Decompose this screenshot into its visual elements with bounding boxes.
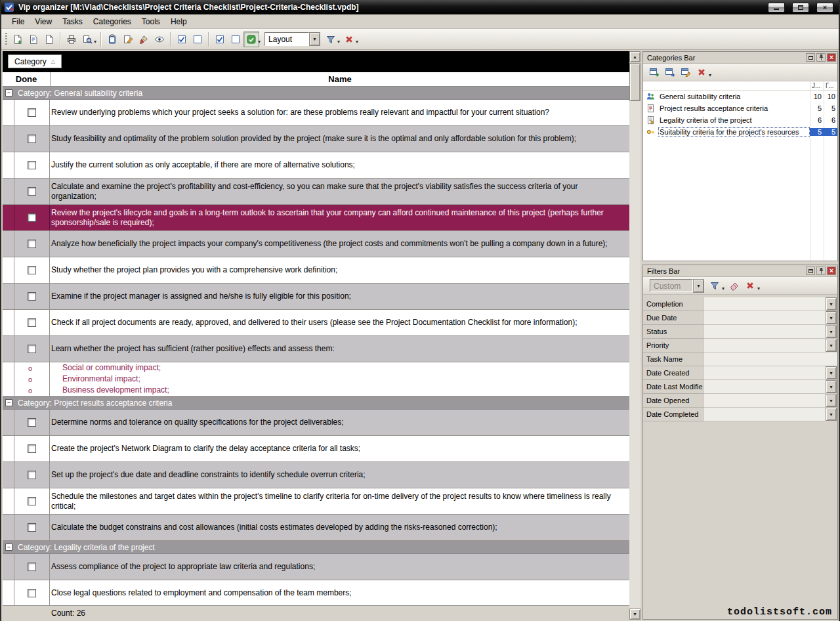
task-row[interactable]: Learn whether the project has sufficient… <box>3 336 629 362</box>
name-cell[interactable]: Create the project's Network Diagram to … <box>50 436 629 461</box>
task-row[interactable]: Calculate the budget constrains and cost… <box>3 515 629 541</box>
vertical-scrollbar[interactable]: ▲ ▼ <box>629 51 640 620</box>
filter-value[interactable] <box>704 380 826 394</box>
float-panel-button[interactable] <box>806 53 815 62</box>
print-preview-button[interactable] <box>79 32 95 47</box>
complete-task-button[interactable] <box>174 32 190 47</box>
filter-preset-value[interactable]: Custom <box>650 279 693 292</box>
format-brush-button[interactable] <box>136 32 152 47</box>
task-row[interactable]: Assess compliance of the project to appr… <box>3 554 629 580</box>
layout-combobox[interactable]: Layout ▼ <box>264 32 320 46</box>
chevron-down-icon[interactable]: ▾ <box>722 286 724 291</box>
filter-dropdown-button[interactable]: ▼ <box>826 366 837 379</box>
new-note-button[interactable] <box>26 32 41 47</box>
group-by-category-button[interactable]: Category △ <box>8 54 62 68</box>
name-cell[interactable]: Analyze how beneficially the project imp… <box>50 231 629 257</box>
filter-value[interactable] <box>704 408 826 421</box>
filter-dropdown-button[interactable]: ▼ <box>826 394 837 407</box>
name-cell[interactable]: Calculate and examine the project's prof… <box>50 179 629 204</box>
edit-category-button[interactable] <box>679 65 693 79</box>
scroll-up-button[interactable]: ▲ <box>629 51 640 62</box>
collapse-icon[interactable]: − <box>5 399 12 406</box>
name-cell[interactable]: Determine norms and tolerance on quality… <box>50 410 629 435</box>
name-cell[interactable]: Calculate the budget constrains and cost… <box>50 515 629 540</box>
task-row[interactable]: Determine norms and tolerance on quality… <box>3 410 629 436</box>
category-row[interactable]: − Category: Legality criteria of the pro… <box>3 541 629 554</box>
print-button[interactable] <box>64 32 79 47</box>
filter-dropdown-button[interactable]: ▼ <box>826 380 837 393</box>
task-row[interactable]: Justify the current solution as only acc… <box>3 152 629 179</box>
filter-preset-combobox[interactable]: Custom ▼ <box>650 279 704 292</box>
category-row[interactable]: − Category: General suitability criteria <box>3 87 629 100</box>
category-list-item[interactable]: Suitability criteria for the project's r… <box>643 126 837 138</box>
name-cell[interactable]: Assess compliance of the project to appr… <box>50 554 629 580</box>
done-checkbox[interactable] <box>28 108 36 117</box>
chevron-down-icon[interactable]: ▾ <box>356 39 358 45</box>
done-checkbox[interactable] <box>28 497 36 505</box>
minimize-button[interactable] <box>768 3 785 12</box>
maximize-button[interactable] <box>792 3 809 12</box>
task-row[interactable]: Close legal questions related to employm… <box>3 580 629 605</box>
chevron-down-icon[interactable]: ▾ <box>94 39 96 45</box>
done-checkbox[interactable] <box>28 161 36 169</box>
task-row[interactable]: Study feasibility and optimality of the … <box>3 126 629 152</box>
filter-value[interactable] <box>704 353 837 366</box>
filter-value[interactable] <box>704 297 826 311</box>
name-cell[interactable]: Learn whether the project has sufficient… <box>50 336 629 362</box>
menu-help[interactable]: Help <box>165 15 192 28</box>
delete-filter-button[interactable] <box>743 278 757 293</box>
new-checklist-button[interactable] <box>41 32 57 47</box>
toolbar-grip[interactable] <box>5 33 7 46</box>
view-button[interactable] <box>152 32 167 47</box>
pin-panel-button[interactable] <box>816 267 826 275</box>
layout-combobox-value[interactable]: Layout <box>264 32 309 46</box>
show-completed-button[interactable] <box>212 32 228 47</box>
paste-button[interactable] <box>104 32 120 47</box>
chevron-down-icon[interactable]: ▾ <box>709 72 711 78</box>
delete-button[interactable] <box>341 32 357 47</box>
new-task-button[interactable] <box>10 32 26 47</box>
close-panel-button[interactable]: × <box>827 267 836 275</box>
task-row[interactable]: Schedule the milestones and target dates… <box>3 488 629 515</box>
filter-value[interactable] <box>704 325 826 339</box>
hide-completed-button[interactable] <box>228 32 243 47</box>
scrollbar-thumb[interactable] <box>629 63 640 101</box>
add-subcategory-button[interactable] <box>663 65 677 79</box>
category-list-item[interactable]: General suitability criteria 10 10 <box>643 91 837 102</box>
filter-value[interactable] <box>704 366 826 380</box>
filters-bar-header[interactable]: Filters Bar × <box>643 265 837 277</box>
name-cell[interactable]: Close legal questions related to employm… <box>50 580 629 605</box>
filter-value[interactable] <box>704 394 826 408</box>
menu-categories[interactable]: Categories <box>88 15 136 28</box>
close-panel-button[interactable]: × <box>827 53 836 62</box>
done-checkbox[interactable] <box>28 345 36 353</box>
done-checkbox[interactable] <box>28 471 36 479</box>
subitem-line[interactable]: o Environmental impact; <box>3 374 629 385</box>
task-row[interactable]: Examine if the project manager is assign… <box>3 284 629 310</box>
done-checkbox[interactable] <box>28 444 36 453</box>
chevron-down-icon[interactable]: ▾ <box>337 39 340 45</box>
menu-tasks[interactable]: Tasks <box>57 15 88 28</box>
title-bar[interactable]: Vip organizer [M:\Vlad\Checklists\Projec… <box>1 0 839 14</box>
name-cell[interactable]: Schedule the milestones and target dates… <box>50 488 629 514</box>
categories-count-column-1[interactable]: J... <box>810 81 824 90</box>
column-header-name[interactable]: Name <box>51 72 629 86</box>
filter-dropdown-button[interactable]: ▼ <box>826 339 837 352</box>
filter-dropdown-button[interactable]: ▼ <box>826 311 837 324</box>
done-checkbox[interactable] <box>28 187 36 196</box>
done-checkbox[interactable] <box>28 213 36 222</box>
clear-filter-button[interactable] <box>727 278 742 293</box>
done-checkbox[interactable] <box>28 292 36 301</box>
filter-value[interactable] <box>704 339 826 353</box>
collapse-icon[interactable]: − <box>5 89 12 96</box>
float-panel-button[interactable] <box>806 267 815 275</box>
delete-category-button[interactable] <box>694 65 709 79</box>
done-checkbox[interactable] <box>28 240 36 248</box>
categories-bar-header[interactable]: Categories Bar × <box>643 52 837 64</box>
done-checkbox[interactable] <box>28 563 36 571</box>
task-row[interactable]: Review underlying problems which your pr… <box>3 100 629 126</box>
menu-view[interactable]: View <box>30 15 57 28</box>
name-cell[interactable]: Justify the current solution as only acc… <box>50 152 629 178</box>
layout-combobox-dropdown[interactable]: ▼ <box>309 32 320 46</box>
done-checkbox[interactable] <box>28 523 36 532</box>
